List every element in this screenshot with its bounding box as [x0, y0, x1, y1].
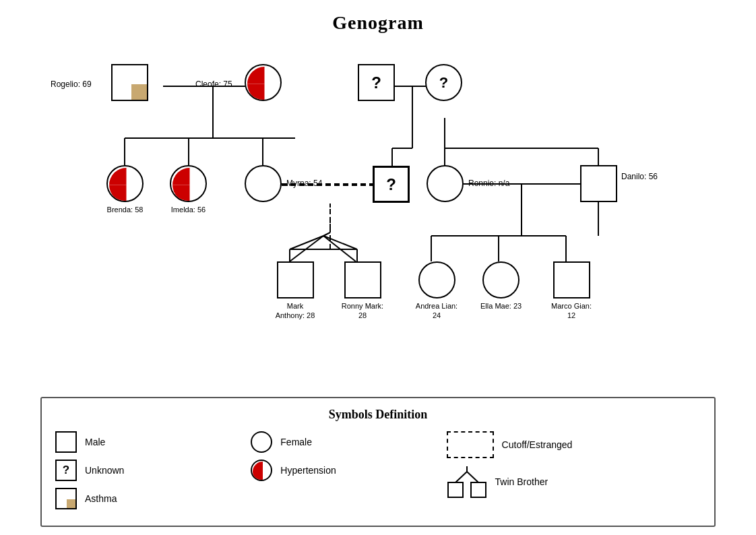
svg-line-19 — [290, 236, 323, 249]
unknown-child-symbol: ? — [373, 166, 410, 203]
svg-line-34 — [323, 236, 356, 261]
myrna-label: Myrna: 54 — [286, 179, 322, 188]
mark-anthony-square — [277, 261, 314, 298]
svg-line-20 — [323, 236, 357, 249]
legend-female-label: Female — [280, 437, 312, 447]
legend-unknown-symbol: ? — [55, 460, 77, 481]
imelda-label: Imelda: 56 — [171, 205, 206, 214]
legend-twin-symbol — [447, 465, 487, 499]
ronnie-symbol — [427, 165, 464, 202]
legend-row-asthma: Asthma — [55, 488, 251, 509]
cleofe-label: Cleofe: 75 — [195, 80, 232, 89]
legend-cutoff-symbol — [447, 431, 494, 458]
ronny-mark-label: Ronny Mark: 28 — [339, 301, 386, 321]
rogelio-square — [111, 64, 148, 101]
legend-col-1: Male ? Unknown Asthma — [55, 431, 251, 516]
legend-row-male: Male — [55, 431, 251, 453]
brenda-label: Brenda: 58 — [107, 205, 144, 214]
imelda-circle — [170, 165, 207, 202]
legend-male-label: Male — [85, 437, 105, 447]
brenda-symbol: Brenda: 58 — [106, 165, 144, 214]
unknown-female1-circle: ? — [425, 64, 462, 101]
legend-male-symbol — [55, 431, 77, 453]
legend-asthma-label: Asthma — [85, 493, 117, 504]
legend-row-hypertension: Hypertension — [251, 460, 446, 481]
legend-row-female: Female — [251, 431, 446, 453]
unknown-male1-symbol: ? — [358, 64, 395, 101]
legend-hypertension-symbol — [251, 460, 272, 481]
legend-row-unknown: ? Unknown — [55, 460, 251, 481]
legend-hypertension-label: Hypertension — [280, 465, 336, 476]
mark-anthony-label: Mark Anthony: 28 — [272, 301, 319, 321]
legend-col-2: Female Hypertension — [251, 431, 446, 516]
legend-row-cutoff: Cutoff/Estranged — [447, 431, 701, 458]
legend-title: Symbols Definition — [55, 408, 701, 422]
genogram-container: Genogram — [0, 0, 756, 535]
ella-circle — [482, 261, 519, 298]
legend-row-twin: Twin Brother — [447, 465, 701, 499]
brenda-circle — [106, 165, 144, 202]
danilo-label: Danilo: 56 — [621, 172, 662, 183]
svg-rect-27 — [471, 482, 486, 497]
rogelio-label: Rogelio: 69 — [51, 80, 92, 89]
legend-twin-label: Twin Brother — [495, 476, 548, 487]
unknown-female1-symbol: ? — [425, 64, 462, 101]
legend-asthma-symbol — [55, 488, 77, 509]
andrea-symbol: Andrea Lian: 24 — [413, 261, 460, 321]
ronny-mark-square — [344, 261, 381, 298]
unknown-child-square: ? — [373, 166, 410, 203]
imelda-symbol: Imelda: 56 — [170, 165, 207, 214]
mark-anthony-symbol: Mark Anthony: 28 — [272, 261, 319, 321]
unknown-male1-square: ? — [358, 64, 395, 101]
page-title: Genogram — [0, 0, 756, 34]
legend-cutoff-label: Cutoff/Estranged — [502, 439, 573, 450]
svg-line-29 — [467, 472, 478, 482]
danilo-symbol — [580, 165, 617, 202]
legend-female-symbol — [251, 431, 272, 453]
andrea-circle — [418, 261, 455, 298]
danilo-square — [580, 165, 617, 202]
ella-label: Ella Mae: 23 — [480, 301, 522, 311]
legend-box: Symbols Definition Male ? Unknown — [40, 397, 716, 527]
ronny-mark-symbol: Ronny Mark: 28 — [339, 261, 386, 321]
svg-line-35 — [323, 232, 330, 236]
svg-line-28 — [455, 472, 467, 482]
rogelio-symbol — [111, 64, 148, 101]
myrna-symbol — [245, 165, 282, 202]
marco-square — [553, 261, 590, 298]
ronnie-circle — [427, 165, 464, 202]
andrea-label: Andrea Lian: 24 — [413, 301, 460, 321]
myrna-circle — [245, 165, 282, 202]
marco-label: Marco Gian: 12 — [548, 301, 595, 321]
legend-unknown-label: Unknown — [85, 465, 124, 476]
cleofe-circle — [245, 64, 282, 101]
svg-rect-26 — [448, 482, 463, 497]
cleofe-symbol — [245, 64, 282, 101]
ronnie-label: Ronnie: n/a — [468, 179, 509, 188]
legend-col-3: Cutoff/Estranged — [447, 431, 701, 516]
svg-line-33 — [290, 236, 323, 261]
marco-symbol: Marco Gian: 12 — [548, 261, 595, 321]
ella-symbol: Ella Mae: 23 — [480, 261, 522, 311]
